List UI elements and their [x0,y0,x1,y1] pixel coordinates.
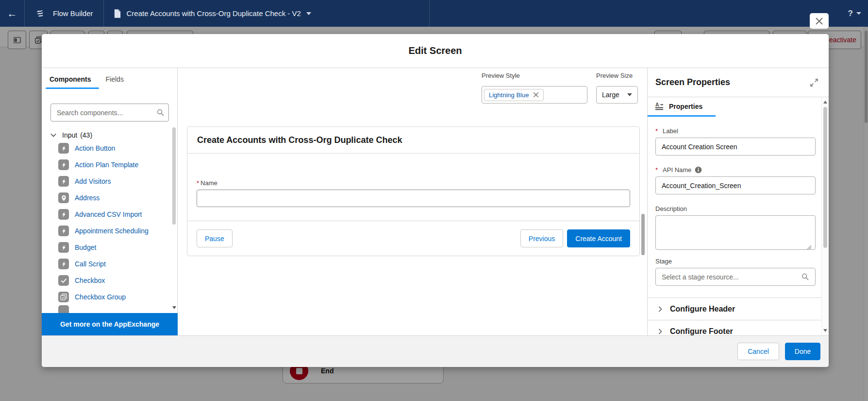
preview-style-pill: Lightning Blue [484,89,544,101]
svg-text:A: A [655,102,659,107]
back-button[interactable]: ← [0,0,24,27]
bolt-icon [58,259,69,269]
preview-style-value: Lightning Blue [489,91,529,99]
flow-title: Create Accounts with Cross-Org Duplicate… [127,9,301,17]
screen-footer: Pause Previous Create Account [187,221,639,256]
edit-screen-modal: Edit Screen Components Fields [42,34,829,367]
help-icon: ? [848,9,853,18]
modal-header: Edit Screen [42,34,829,68]
search-components-box [50,104,169,122]
description-textarea[interactable] [655,215,816,250]
help-menu[interactable]: ? [848,0,861,27]
component-item[interactable]: Appointment Scheduling [42,223,177,239]
section-name: Input [62,131,77,139]
bolt-icon [58,143,69,154]
info-icon[interactable] [695,166,702,174]
api-name-input[interactable] [655,176,816,194]
chevron-right-icon [657,306,664,313]
component-item[interactable]: Advanced CSV Import [42,206,177,223]
preview-style-label: Preview Style [482,72,520,79]
pin-icon [58,192,69,203]
search-icon [157,109,164,116]
previous-button[interactable]: Previous [520,229,563,247]
screen-preview-area: Preview Style Lightning Blue Preview Siz… [178,68,647,335]
tab-components[interactable]: Components [50,68,91,90]
back-arrow-icon: ← [7,8,17,19]
search-icon [801,273,809,280]
description-field-label: Description [655,205,814,212]
chevron-down-icon [856,12,861,15]
component-item[interactable]: Checkbox [42,272,177,289]
resize-grip-icon[interactable] [807,243,812,252]
topbar-divider [103,0,104,27]
name-input[interactable] [197,190,630,207]
properties-scrollbar[interactable] [821,97,829,335]
properties-header: Screen Properties [648,68,829,97]
modal-footer: Cancel Done [42,335,829,367]
bolt-icon [58,226,69,236]
modal-title: Edit Screen [408,45,462,56]
stage-input[interactable] [655,268,816,286]
preview-scrollbar[interactable] [641,214,645,255]
close-icon [815,17,823,25]
component-item[interactable]: Checkbox Group [42,289,177,305]
component-item[interactable]: Action Button [42,140,177,157]
close-button[interactable] [810,13,829,29]
chevron-right-icon [657,328,664,335]
components-panel: Components Fields Input (43) [42,68,178,335]
chevron-down-icon [306,12,311,15]
bolt-icon [58,242,69,253]
document-icon [114,9,121,18]
scroll-up-icon[interactable] [823,101,827,104]
preview-style-input[interactable]: Lightning Blue [482,86,587,104]
properties-icon: A [655,102,664,110]
preview-size-label: Preview Size [596,72,633,79]
component-item[interactable]: Call Script [42,256,177,272]
input-section-toggle[interactable]: Input (43) [42,130,177,140]
cancel-button[interactable]: Cancel [737,343,779,360]
component-item[interactable]: Budget [42,239,177,256]
appexchange-banner-button[interactable]: Get more on the AppExchange [42,313,178,335]
topbar-divider [429,0,430,27]
screen-header: Create Accounts with Cross-Org Duplicate… [187,127,639,154]
scroll-down-icon[interactable] [823,329,827,332]
component-item-partial [42,305,177,313]
topbar: ← Flow Builder Create Accounts with Cros… [0,0,868,27]
screen-preview-card: Create Accounts with Cross-Org Duplicate… [187,126,640,256]
expand-icon[interactable] [810,79,818,87]
app-name: Flow Builder [53,9,93,17]
required-marker: * [197,179,199,187]
preview-size-value: Large [602,91,619,99]
check-group-icon [58,292,69,302]
topbar-divider [24,0,25,27]
flow-title-menu[interactable]: Create Accounts with Cross-Org Duplicate… [127,9,311,17]
components-scrollbar[interactable] [172,127,176,314]
stage-field-label: Stage [655,258,814,265]
tab-properties[interactable]: A Properties [648,97,702,115]
done-button[interactable]: Done [785,343,820,360]
bolt-icon [58,159,69,170]
chevron-down-icon [627,93,632,96]
component-item[interactable]: Add Visitors [42,173,177,190]
chevron-down-icon [50,132,57,139]
remove-icon[interactable] [533,92,539,98]
tab-fields[interactable]: Fields [106,68,124,90]
bolt-icon [58,176,69,187]
api-name-field-label: *API Name [655,166,814,174]
create-account-button[interactable]: Create Account [567,229,630,247]
bolt-icon [58,209,69,220]
flow-builder-app: ← Flow Builder Create Accounts with Cros… [0,0,868,401]
component-item[interactable]: Address [42,190,177,206]
preview-size-select[interactable]: Large [596,86,638,104]
label-input[interactable] [655,138,816,156]
configure-footer-section[interactable]: Configure Footer [648,320,821,335]
pause-button[interactable]: Pause [197,229,233,247]
component-item[interactable]: Action Plan Template [42,157,177,173]
properties-form: *Label *API Name Description [648,117,821,335]
scroll-down-icon[interactable] [172,306,176,309]
check-icon [58,275,69,286]
configure-header-section[interactable]: Configure Header [648,298,821,320]
name-field-label: *Name [197,179,630,187]
search-components-input[interactable] [50,104,169,122]
panel-title: Screen Properties [655,77,730,87]
